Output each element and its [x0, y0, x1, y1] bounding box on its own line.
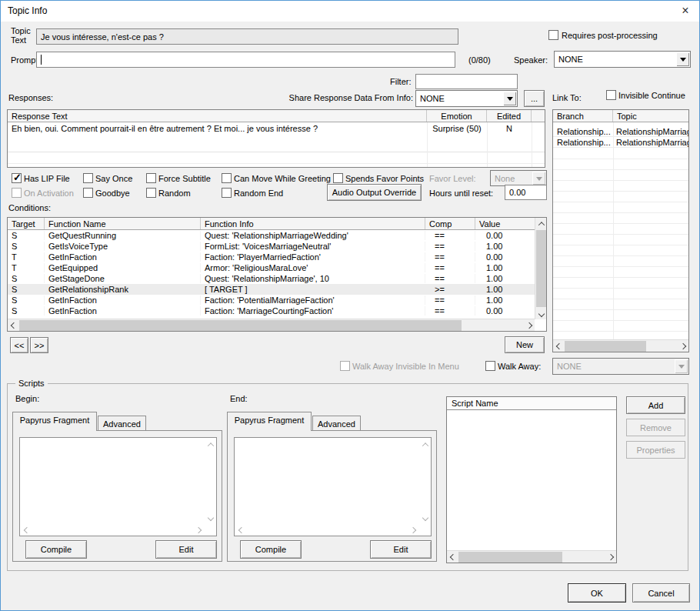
random-checkbox[interactable] [146, 188, 156, 198]
condition-row[interactable]: S GetIsVoiceType FormList: 'VoicesMarria… [8, 241, 546, 252]
force-subtitle-checkbox[interactable] [146, 173, 156, 183]
scroll-left-icon[interactable] [553, 340, 565, 352]
link-to-table[interactable]: Branch Topic Relationship... Relationshi… [552, 109, 689, 352]
hours-until-reset-input[interactable]: 0.00 [505, 185, 547, 200]
scroll-right-icon[interactable] [192, 524, 204, 536]
can-move-while-greeting-checkbox[interactable] [222, 173, 232, 183]
compile-button-begin[interactable]: Compile [25, 540, 87, 559]
divider [427, 122, 428, 167]
conditions-label: Conditions: [8, 203, 51, 212]
script-list-hscrollbar[interactable] [447, 550, 616, 563]
begin-script-textarea[interactable] [19, 437, 217, 536]
column-comp[interactable]: Comp [425, 218, 475, 229]
tab-papyrus-fragment-end[interactable]: Papyrus Fragment [227, 412, 312, 431]
column-emotion[interactable]: Emotion [427, 110, 487, 122]
scroll-down-icon[interactable] [419, 512, 431, 523]
column-response-text[interactable]: Response Text [8, 110, 427, 122]
chevron-down-icon[interactable] [676, 52, 689, 66]
titlebar[interactable]: Topic Info × [1, 1, 699, 22]
end-script-textarea[interactable] [234, 437, 432, 536]
spends-favor-points-checkbox[interactable] [333, 173, 343, 183]
on-activation-label: On Activation [24, 189, 74, 198]
column-target[interactable]: Target [8, 218, 45, 229]
scroll-left-icon[interactable] [8, 319, 19, 331]
link-to-row[interactable]: Relationship... RelationshipMarriag [553, 137, 688, 148]
next-info-button[interactable]: >> [30, 337, 48, 353]
script-name-header[interactable]: Script Name [447, 397, 616, 410]
column-topic[interactable]: Topic [613, 110, 688, 122]
scroll-right-icon[interactable] [407, 524, 418, 536]
close-icon[interactable]: × [678, 3, 693, 18]
tab-papyrus-fragment-begin[interactable]: Papyrus Fragment [12, 412, 97, 431]
topic-text-field[interactable]: Je vous intéresse, n'est-ce pas ? [36, 28, 458, 45]
scroll-up-icon[interactable] [535, 218, 547, 229]
requires-post-processing-checkbox[interactable] [548, 30, 558, 40]
scroll-down-icon[interactable] [205, 512, 216, 523]
column-function-name[interactable]: Function Name [45, 218, 201, 229]
response-table[interactable]: Response Text Emotion Edited Eh bien, ou… [7, 109, 545, 168]
conditions-vscrollbar[interactable] [535, 218, 546, 319]
condition-row[interactable]: S GetQuestRunning Quest: 'RelationshipMa… [8, 230, 546, 241]
condition-row[interactable]: T GetInFaction Faction: 'PlayerMarriedFa… [8, 252, 546, 262]
scroll-up-icon[interactable] [205, 439, 216, 450]
column-value[interactable]: Value [475, 218, 535, 229]
tab-advanced-end[interactable]: Advanced [312, 416, 361, 431]
tab-advanced-begin[interactable]: Advanced [98, 416, 146, 431]
condition-row[interactable]: T GetEquipped Armor: 'ReligiousMaraLove'… [8, 262, 546, 273]
cancel-button[interactable]: Cancel [632, 583, 690, 603]
response-table-header[interactable]: Response Text Emotion Edited [8, 110, 545, 122]
scroll-left-icon[interactable] [235, 524, 247, 536]
scroll-up-icon[interactable] [419, 439, 431, 450]
edit-button-end[interactable]: Edit [370, 540, 432, 559]
add-script-button[interactable]: Add [626, 396, 685, 414]
new-condition-button[interactable]: New [505, 336, 545, 353]
chevron-down-icon[interactable] [503, 92, 516, 105]
link-to-hscrollbar[interactable] [553, 339, 688, 352]
walk-away-dropdown: NONE [552, 358, 689, 375]
invisible-continue-checkbox[interactable] [606, 90, 616, 100]
link-to-table-header[interactable]: Branch Topic [553, 110, 688, 122]
script-name-list[interactable]: Script Name [446, 396, 617, 563]
condition-row[interactable]: S GetInFaction Faction: 'PotentialMarria… [8, 295, 546, 306]
begin-label: Begin: [15, 394, 39, 403]
has-lip-file-checkbox[interactable] [12, 173, 22, 183]
column-spacer [532, 110, 545, 122]
scroll-left-icon[interactable] [21, 524, 32, 536]
response-row[interactable]: Eh bien, oui. Comment pourrait-il en êtr… [8, 122, 545, 152]
scrollbar-thumb[interactable] [565, 341, 646, 352]
scroll-right-icon[interactable] [605, 551, 616, 563]
scrollbar-thumb[interactable] [536, 230, 546, 307]
link-to-label: Link To: [552, 93, 582, 102]
column-branch[interactable]: Branch [553, 110, 613, 122]
random-end-checkbox[interactable] [222, 188, 232, 198]
column-edited[interactable]: Edited [487, 110, 532, 122]
conditions-table-header[interactable]: Target Function Name Function Info Comp … [8, 218, 535, 230]
conditions-table[interactable]: Target Function Name Function Info Comp … [7, 217, 547, 332]
scrollbar-thumb[interactable] [19, 320, 462, 331]
prompt-input[interactable] [36, 52, 455, 68]
conditions-hscrollbar[interactable] [8, 319, 535, 331]
share-browse-button[interactable]: ... [524, 90, 545, 107]
scrollbar-thumb[interactable] [458, 552, 562, 563]
edit-button-begin[interactable]: Edit [155, 540, 217, 559]
share-response-dropdown[interactable]: NONE [415, 90, 518, 107]
filter-input[interactable] [415, 74, 518, 89]
scroll-right-icon[interactable] [677, 340, 688, 352]
condition-row[interactable]: S GetStageDone Quest: 'RelationshipMarri… [8, 273, 546, 284]
say-once-checkbox[interactable] [83, 173, 93, 183]
compile-button-end[interactable]: Compile [240, 540, 302, 559]
scroll-left-icon[interactable] [447, 551, 458, 563]
goodbye-checkbox[interactable] [83, 188, 93, 198]
walk-away-checkbox[interactable] [485, 361, 495, 371]
prev-info-button[interactable]: << [10, 337, 28, 353]
column-function-info[interactable]: Function Info [201, 218, 425, 229]
branch-cell: Relationship... [553, 127, 613, 136]
scroll-down-icon[interactable] [535, 308, 547, 319]
condition-row[interactable]: S GetInFaction Faction: 'MarriageCourtin… [8, 306, 546, 316]
link-to-row[interactable]: Relationship... RelationshipMarriag [553, 126, 688, 137]
ok-button[interactable]: OK [568, 583, 626, 603]
condition-row-selected[interactable]: S GetRelationshipRank [ TARGET ] >= 1.00 [8, 284, 546, 295]
speaker-dropdown[interactable]: NONE [554, 51, 691, 68]
audio-output-override-button[interactable]: Audio Output Override [327, 184, 422, 201]
scroll-right-icon[interactable] [523, 319, 535, 331]
